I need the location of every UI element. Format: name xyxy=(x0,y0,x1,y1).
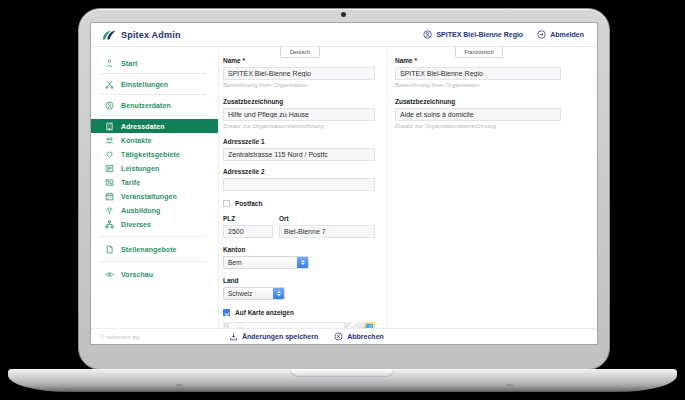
column-divider xyxy=(387,47,388,328)
base-dimple xyxy=(176,384,183,386)
logout-button[interactable]: Abmelden xyxy=(537,30,584,39)
city-input[interactable] xyxy=(279,225,375,238)
sidebar-item-leistungen[interactable]: Leistungen xyxy=(91,161,218,175)
sidebar-item-ausbildung[interactable]: Ausbildung xyxy=(91,203,218,217)
show-map-checkbox-row[interactable]: Auf Karte anzeigen xyxy=(223,309,375,316)
sidebar-item-vorschau[interactable]: Vorschau xyxy=(91,267,218,281)
app-logo: Spitex Admin xyxy=(91,29,181,41)
app-header: Spitex Admin SPITEX Biel-Bienne Regio Ab… xyxy=(91,23,597,47)
sidebar-item-einstellungen[interactable]: Einstellungen xyxy=(91,77,218,91)
sidebar-item-kontakte[interactable]: Kontakte xyxy=(91,133,218,147)
start-icon xyxy=(105,59,114,68)
contacts-icon xyxy=(105,136,114,145)
laptop-screen-frame: Spitex Admin SPITEX Biel-Bienne Regio Ab… xyxy=(78,8,610,370)
sidebar-item-label: Benutzerdaten xyxy=(121,102,171,109)
action-bar: Änderungen speichern Abbrechen xyxy=(219,328,597,344)
cancel-icon xyxy=(334,332,343,341)
sidebar-item-label: Stellenangebote xyxy=(121,246,177,253)
canton-label: Kanton xyxy=(223,246,375,253)
sidebar-item-start[interactable]: Start xyxy=(91,56,218,70)
save-button[interactable]: Änderungen speichern xyxy=(229,332,318,341)
sidebar-item-label: Adressdaten xyxy=(121,123,165,130)
sidebar-item-label: Einstellungen xyxy=(121,81,168,88)
sidebar-item-diverses[interactable]: Diverses xyxy=(91,217,218,231)
address2-input[interactable] xyxy=(223,178,375,191)
sidebar-item-stellenangebote[interactable]: Stellenangebote xyxy=(91,242,218,256)
canton-select[interactable]: Bern xyxy=(223,256,309,269)
name-input-de[interactable] xyxy=(223,67,375,80)
sidebar-item-label: Leistungen xyxy=(121,165,159,172)
sidebar-nav: Start Einstellungen Benutzerdaten Adress… xyxy=(91,47,219,344)
laptop-mockup: Spitex Admin SPITEX Biel-Bienne Regio Ab… xyxy=(0,0,685,400)
save-icon xyxy=(229,332,238,341)
address1-input[interactable] xyxy=(223,148,375,161)
copyright-footer: © webways ag xyxy=(91,328,219,344)
name-help-fr: Bezeichnung Ihrer Organisation xyxy=(395,82,561,88)
sidebar-item-label: Vorschau xyxy=(121,271,153,278)
sidebar-item-adressdaten[interactable]: Adressdaten xyxy=(91,119,218,133)
app-title: Spitex Admin xyxy=(121,30,181,40)
sidebar-item-label: Start xyxy=(121,60,137,67)
sidebar-item-label: Kontakte xyxy=(121,137,152,144)
subtitle-help-fr: Zusatz zur Organisationsbezeichnung xyxy=(395,123,561,129)
sidebar-divider xyxy=(101,236,206,237)
document-icon xyxy=(105,245,114,254)
select-arrows-icon xyxy=(273,288,284,299)
subtitle-input-fr[interactable] xyxy=(395,108,561,121)
share-icon xyxy=(105,220,114,229)
sidebar-item-benutzerdaten[interactable]: Benutzerdaten xyxy=(91,98,218,112)
address1-label: Adresszeile 1 xyxy=(223,138,375,145)
account-menu[interactable]: SPITEX Biel-Bienne Regio xyxy=(423,30,523,39)
calendar-icon xyxy=(105,192,114,201)
cancel-button[interactable]: Abbrechen xyxy=(334,332,384,341)
sidebar-item-taetigkeitsgebiete[interactable]: Tätigkeitsgebiete xyxy=(91,147,218,161)
pobox-checkbox[interactable] xyxy=(223,200,230,207)
bulb-icon xyxy=(105,206,114,215)
user-icon xyxy=(105,101,114,110)
sidebar-item-tarife[interactable]: Tarife xyxy=(91,175,218,189)
name-help: Bezeichnung Ihrer Organisation xyxy=(223,82,375,88)
tag-icon xyxy=(105,178,114,187)
logout-icon xyxy=(537,30,546,39)
eye-icon xyxy=(105,270,114,279)
country-select[interactable]: Schweiz xyxy=(223,287,285,300)
pobox-checkbox-row[interactable]: Postfach xyxy=(223,200,375,207)
canton-value: Bern xyxy=(224,257,297,268)
sidebar-divider xyxy=(101,94,206,95)
sidebar-item-label: Ausbildung xyxy=(121,207,161,214)
sidebar-item-label: Tarife xyxy=(121,179,140,186)
address2-label: Adresszeile 2 xyxy=(223,168,375,175)
name-label: Name * xyxy=(223,57,375,64)
subtitle-label: Zusatzbezeichnung xyxy=(223,98,375,105)
logo-leaves-icon xyxy=(102,29,117,41)
admin-app-window: Spitex Admin SPITEX Biel-Bienne Regio Ab… xyxy=(91,23,597,344)
name-label-fr: Name * xyxy=(395,57,561,64)
sidebar-divider xyxy=(101,115,206,116)
city-label: Ort xyxy=(279,215,375,222)
building-icon xyxy=(105,122,114,131)
sidebar-divider xyxy=(101,73,206,74)
subtitle-label-fr: Zusatzbezeichnung xyxy=(395,98,561,105)
logout-label: Abmelden xyxy=(550,31,584,38)
user-circle-icon xyxy=(423,30,432,39)
show-map-checkbox[interactable] xyxy=(223,309,230,316)
select-arrows-icon xyxy=(297,257,308,268)
webcam-dot xyxy=(341,12,346,17)
form-column-french: Name * Bezeichnung Ihrer Organisation Zu… xyxy=(395,47,561,129)
pobox-label: Postfach xyxy=(235,200,262,207)
cancel-label: Abbrechen xyxy=(347,333,384,340)
name-input-fr[interactable] xyxy=(395,67,561,80)
list-icon xyxy=(105,164,114,173)
laptop-notch xyxy=(290,369,394,377)
form-content: Deutsch Französisch Name * Bezeichnung I… xyxy=(219,47,597,328)
heart-icon xyxy=(105,150,114,159)
zip-input[interactable] xyxy=(223,225,273,238)
subtitle-input-de[interactable] xyxy=(223,108,375,121)
country-label: Land xyxy=(223,277,375,284)
zip-label: PLZ xyxy=(223,215,273,222)
sidebar-item-veranstaltungen[interactable]: Veranstaltungen xyxy=(91,189,218,203)
account-label: SPITEX Biel-Bienne Regio xyxy=(436,31,523,38)
show-map-label: Auf Karte anzeigen xyxy=(235,309,294,316)
laptop-base xyxy=(8,369,677,392)
country-value: Schweiz xyxy=(224,288,273,299)
